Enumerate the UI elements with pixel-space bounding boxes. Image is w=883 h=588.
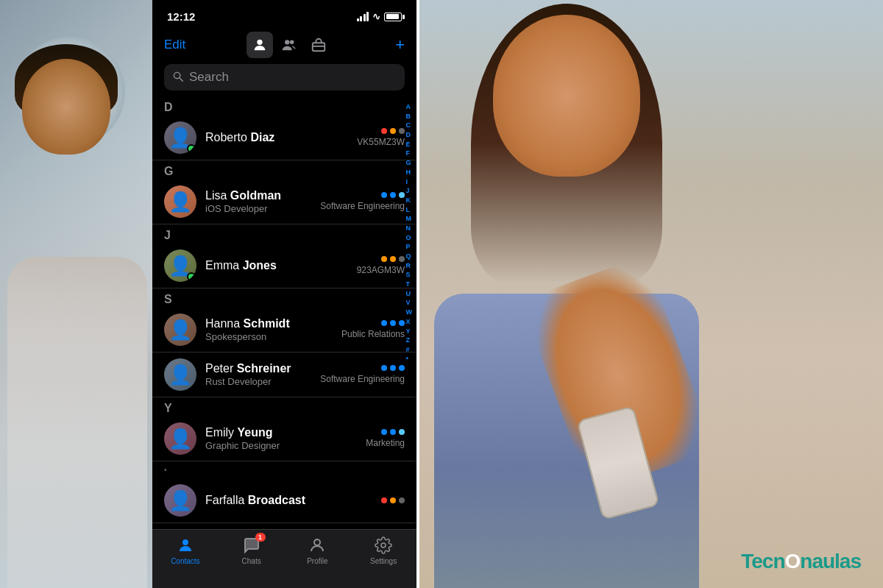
alpha-letter-o[interactable]: O: [405, 234, 414, 243]
alpha-letter-r[interactable]: R: [405, 262, 414, 271]
contact-code: 923AGM3W: [357, 265, 405, 275]
tab-chats[interactable]: 1Chats: [219, 536, 285, 565]
contact-dots: [381, 128, 405, 134]
alpha-letter-s[interactable]: S: [405, 271, 414, 280]
status-bar: 12:12 ∿: [152, 0, 416, 29]
contact-row[interactable]: 👤Peter SchreinerRust DeveloperSoftware E…: [152, 353, 416, 397]
add-contact-button[interactable]: +: [395, 35, 405, 54]
tab-profile[interactable]: Profile: [285, 536, 351, 565]
contact-dots: [381, 365, 405, 371]
contact-right-info: Software Engineering: [320, 192, 405, 211]
alpha-letter-*[interactable]: *: [405, 355, 414, 364]
dot-blue: [390, 192, 396, 198]
alpha-letter-g[interactable]: G: [405, 159, 414, 168]
alpha-letter-p[interactable]: P: [405, 243, 414, 252]
contact-name: Roberto Diaz: [205, 131, 351, 144]
contact-name: Emma Jones: [205, 259, 351, 272]
alpha-letter-b[interactable]: B: [405, 113, 414, 121]
avatar: 👤: [164, 121, 196, 154]
dot-blue: [390, 429, 396, 435]
search-placeholder[interactable]: Search: [189, 70, 229, 85]
alpha-letter-z[interactable]: Z: [405, 336, 414, 345]
contact-info: Emily YeungGraphic Designer: [205, 426, 360, 451]
contact-row[interactable]: 👤Emma Jones923AGM3W: [152, 244, 416, 288]
tab-contacts-icon: [176, 536, 195, 555]
alpha-letter-#[interactable]: #: [405, 346, 414, 355]
contact-right-info: VK55MZ3W: [357, 128, 405, 147]
dot-blue: [381, 192, 387, 198]
alpha-letter-e[interactable]: E: [405, 141, 414, 149]
alpha-letter-n[interactable]: N: [405, 224, 414, 233]
contact-dots: [381, 429, 405, 435]
contact-right-info: Software Engineering: [320, 365, 405, 384]
avatar: 👤: [164, 358, 196, 391]
filter-briefcase-button[interactable]: [305, 32, 332, 58]
background-right: TecnOnaulas: [419, 0, 883, 588]
contact-row[interactable]: 👤Emily YeungGraphic DesignerMarketing: [152, 417, 416, 461]
status-time: 12:12: [167, 10, 195, 23]
alpha-letter-y[interactable]: Y: [405, 327, 414, 336]
contact-department: Marketing: [366, 438, 405, 448]
dot-red: [381, 497, 387, 503]
alpha-letter-x[interactable]: X: [405, 318, 414, 327]
svg-point-7: [182, 539, 188, 545]
alpha-letter-d[interactable]: D: [405, 131, 414, 140]
dot-gray: [399, 497, 405, 503]
tab-profile-icon: [308, 536, 327, 555]
contact-right-info: [381, 497, 405, 503]
nav-bar: Edit: [152, 29, 416, 64]
alpha-letter-f[interactable]: F: [405, 149, 414, 158]
avatar: 👤: [164, 422, 196, 455]
alpha-letter-h[interactable]: H: [405, 169, 414, 177]
alpha-letter-u[interactable]: U: [405, 290, 414, 299]
alpha-letter-a[interactable]: A: [405, 103, 414, 112]
watermark: TecnOnaulas: [741, 550, 861, 573]
svg-point-5: [174, 72, 180, 78]
contact-list-container: D👤Roberto DiazVK55MZ3WG👤Lisa GoldmaniOS …: [152, 96, 416, 588]
contact-row[interactable]: 👤Roberto DiazVK55MZ3W: [152, 116, 416, 160]
background-left: [0, 0, 155, 588]
alpha-letter-l[interactable]: L: [405, 206, 414, 215]
alpha-letter-v[interactable]: V: [405, 299, 414, 308]
dot-orange: [381, 256, 387, 262]
signal-icon: [357, 12, 369, 21]
tab-settings-label: Settings: [370, 557, 397, 565]
alpha-letter-m[interactable]: M: [405, 215, 414, 224]
svg-point-8: [314, 539, 320, 545]
dot-orange: [390, 497, 396, 503]
alpha-letter-w[interactable]: W: [405, 308, 414, 317]
contact-subtitle: iOS Developer: [205, 203, 314, 214]
dot-blue-light: [399, 429, 405, 435]
contact-right-info: 923AGM3W: [357, 256, 405, 275]
wifi-icon: ∿: [372, 11, 380, 22]
phone-mockup: 12:12 ∿ Edit: [152, 0, 416, 588]
alphabet-index: ABCDEFGHIJKLMNOPQRSTUVWXYZ#*: [405, 103, 414, 364]
contact-row[interactable]: 👤Lisa GoldmaniOS DeveloperSoftware Engin…: [152, 180, 416, 224]
contact-row[interactable]: 👤Farfalla Broadcast: [152, 478, 416, 523]
alpha-letter-i[interactable]: I: [405, 178, 414, 187]
group-icon: [281, 37, 297, 53]
tab-contacts[interactable]: Contacts: [152, 536, 219, 565]
dot-blue: [381, 365, 387, 371]
alpha-letter-k[interactable]: K: [405, 196, 414, 205]
person-left-head: [22, 59, 110, 155]
svg-point-9: [381, 543, 386, 548]
edit-button[interactable]: Edit: [164, 38, 185, 52]
alpha-letter-q[interactable]: Q: [405, 252, 414, 261]
contact-row[interactable]: 👤Hanna SchmidtSpokespersonPublic Relatio…: [152, 308, 416, 353]
alpha-letter-j[interactable]: J: [405, 187, 414, 196]
section-header-y: Y: [152, 397, 416, 417]
search-bar[interactable]: Search: [164, 64, 405, 91]
filter-group-button[interactable]: [276, 32, 302, 58]
tab-settings[interactable]: Settings: [350, 536, 416, 565]
section-header-g: G: [152, 160, 416, 180]
filter-person-button[interactable]: [247, 32, 273, 58]
contact-code: VK55MZ3W: [357, 137, 405, 147]
svg-line-6: [180, 78, 182, 81]
dot-orange: [390, 256, 396, 262]
person-left-shirt: [7, 257, 147, 588]
alpha-letter-t[interactable]: T: [405, 280, 414, 289]
person-icon: [252, 37, 268, 53]
alpha-letter-c[interactable]: C: [405, 121, 414, 130]
contact-department: Software Engineering: [320, 201, 405, 211]
